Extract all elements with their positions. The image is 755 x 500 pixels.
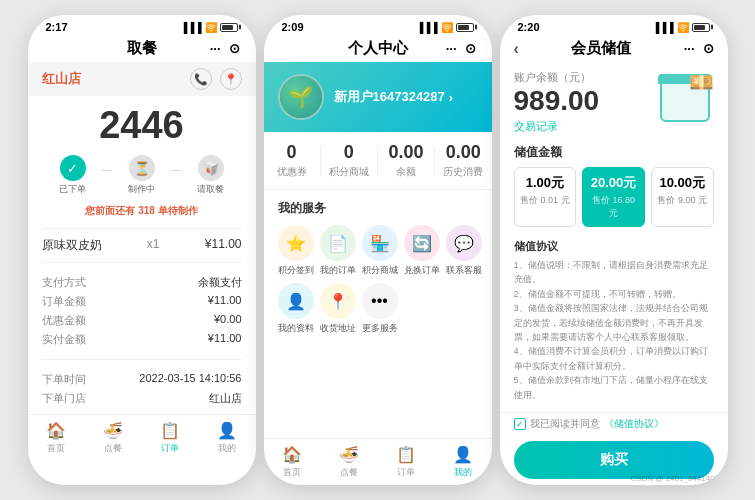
service-checkin[interactable]: ⭐ 积分签到 (278, 225, 314, 277)
order-steps: ✓ 已下单 — ⏳ 制作中 — 🥡 请取餐 (28, 151, 256, 202)
more-icon-2[interactable]: ··· (446, 41, 457, 56)
agree-link[interactable]: 《储值协议》 (604, 417, 664, 431)
services-title: 我的服务 (278, 200, 478, 217)
service-contact-label: 联系客服 (446, 264, 482, 277)
terms-section: 储值协议 1、储值说明：不限制，请根据自身消费需求充足充值。 2、储值金额不可提… (500, 233, 728, 408)
meta-order-time: 下单时间 2022-03-15 14:10:56 (42, 370, 242, 389)
status-bar-1: 2:17 ▐▐▐ 🛜 (28, 15, 256, 35)
bottom-nav-mine-2[interactable]: 👤 我的 (435, 445, 492, 479)
bottom-nav-order-1[interactable]: 🍜 点餐 (85, 421, 142, 455)
user-info[interactable]: 新用户1647324287 › (334, 88, 454, 106)
service-checkin-icon: ⭐ (278, 225, 314, 261)
step-icon-pickup: 🥡 (198, 155, 224, 181)
more-icon[interactable]: ··· (210, 41, 221, 56)
nav-icons-3: ··· ⊙ (684, 41, 714, 56)
divider-3 (42, 359, 242, 360)
meta-order-store: 下单门店 红山店 (42, 389, 242, 408)
service-redeem[interactable]: 🔄 兑换订单 (404, 225, 440, 277)
store-icons: 📞 📍 (190, 68, 242, 90)
balance-illustration: 💴 (644, 70, 714, 130)
step-ordered: ✓ 已下单 (59, 155, 86, 196)
nav-icons-1: ··· ⊙ (210, 41, 240, 56)
service-more-label: 更多服务 (362, 322, 398, 335)
bottom-nav-food-2[interactable]: 🍜 点餐 (321, 445, 378, 479)
item-name: 原味双皮奶 (42, 237, 102, 254)
bottom-nav-mine-1[interactable]: 👤 我的 (199, 421, 256, 455)
balance-left: 账户余额（元） 989.00 交易记录 (514, 70, 644, 134)
terms-title: 储值协议 (514, 239, 714, 254)
status-icons-2: ▐▐▐ 🛜 (416, 22, 473, 33)
recharge-option-1[interactable]: 1.00元 售价 0.01 元 (514, 167, 577, 227)
transaction-link[interactable]: 交易记录 (514, 119, 644, 134)
home-nav-icon-3[interactable]: ⊙ (703, 41, 714, 56)
orders-icon-1: 📋 (160, 421, 180, 440)
wifi-icon: 🛜 (205, 22, 217, 33)
balance-label: 账户余额（元） (514, 70, 644, 85)
service-more[interactable]: ••• 更多服务 (362, 283, 398, 335)
status-icons-1: ▐▐▐ 🛜 (180, 22, 237, 33)
recharge-section: 储值金额 1.00元 售价 0.01 元 20.00元 售价 16.80 元 (500, 138, 728, 233)
orders-icon-2: 📋 (396, 445, 416, 464)
more-icon-3[interactable]: ··· (684, 41, 695, 56)
nav-title-1: 取餐 (127, 39, 157, 58)
wifi-icon-3: 🛜 (677, 22, 689, 33)
stat-balance[interactable]: 0.00 余额 (378, 142, 434, 179)
stat-history[interactable]: 0.00 历史消费 (435, 142, 491, 179)
recharge-price-3: 售价 9.00 元 (656, 194, 709, 207)
signal-icon-2: ▐▐▐ (416, 22, 437, 33)
recharge-amount-2: 20.00元 (587, 174, 640, 192)
service-points-mall[interactable]: 🏪 积分商城 (362, 225, 398, 277)
agree-text: 我已阅读并同意 (530, 417, 600, 431)
battery-icon-2 (456, 23, 474, 32)
stat-label-coupons: 优惠券 (264, 165, 320, 179)
location-icon-2[interactable]: ⊙ (465, 41, 476, 56)
step-making: ⏳ 制作中 (128, 155, 155, 196)
service-points-mall-icon: 🏪 (362, 225, 398, 261)
food-icon-2: 🍜 (339, 445, 359, 464)
divider-1 (42, 228, 242, 229)
order-icon-1: 🍜 (103, 421, 123, 440)
status-bar-3: 2:20 ▐▐▐ 🛜 (500, 15, 728, 35)
service-redeem-icon: 🔄 (404, 225, 440, 261)
map-icon[interactable]: 📍 (220, 68, 242, 90)
order-item-row: 原味双皮奶 x1 ¥11.00 (28, 233, 256, 258)
nav-bar-2: 个人中心 ··· ⊙ (264, 35, 492, 62)
nav-bar-1: 取餐 ··· ⊙ (28, 35, 256, 62)
store-header: 红山店 📞 📍 (28, 62, 256, 96)
mine-icon-2: 👤 (453, 445, 473, 464)
recharge-price-2: 售价 16.80 元 (587, 194, 640, 220)
recharge-option-2[interactable]: 20.00元 售价 16.80 元 (582, 167, 645, 227)
item-qty: x1 (147, 237, 160, 254)
order-meta: 支付方式 余额支付 订单金额 ¥11.00 优惠金额 ¥0.00 实付金额 ¥1… (28, 267, 256, 355)
agree-checkbox[interactable]: ✓ (514, 418, 526, 430)
avatar-image: 🌱 (280, 76, 322, 118)
service-my-orders[interactable]: 📄 我的订单 (320, 225, 356, 277)
location-icon[interactable]: ⊙ (229, 41, 240, 56)
service-more-icon: ••• (362, 283, 398, 319)
nav-title-2: 个人中心 (348, 39, 408, 58)
phone-icon[interactable]: 📞 (190, 68, 212, 90)
meta-payment: 支付方式 余额支付 (42, 273, 242, 292)
step-label-ordered: 已下单 (59, 183, 86, 196)
bottom-nav-orders-2[interactable]: 📋 订单 (378, 445, 435, 479)
bottom-nav-orders-1[interactable]: 📋 订单 (142, 421, 199, 455)
stat-label-points: 积分商城 (321, 165, 377, 179)
bottom-nav-home-1[interactable]: 🏠 首页 (28, 421, 85, 455)
bottom-nav-home-2[interactable]: 🏠 首页 (264, 445, 321, 479)
stat-val-history: 0.00 (435, 142, 491, 163)
service-profile[interactable]: 👤 我的资料 (278, 283, 314, 335)
service-contact[interactable]: 💬 联系客服 (446, 225, 482, 277)
mine-icon-1: 👤 (217, 421, 237, 440)
stat-coupons[interactable]: 0 优惠券 (264, 142, 320, 179)
recharge-option-3[interactable]: 10.00元 售价 9.00 元 (651, 167, 714, 227)
service-address[interactable]: 📍 收货地址 (320, 283, 356, 335)
recharge-amount-3: 10.00元 (656, 174, 709, 192)
nav-icons-2: ··· ⊙ (446, 41, 476, 56)
terms-text-4: 4、储值消费不计算会员积分，订单消费以订购订单中实际支付金额计算积分。 (514, 344, 714, 373)
order-time-meta: 下单时间 2022-03-15 14:10:56 下单门店 红山店 (28, 364, 256, 414)
stat-points[interactable]: 0 积分商城 (321, 142, 377, 179)
avatar: 🌱 (278, 74, 324, 120)
services-grid: ⭐ 积分签到 📄 我的订单 🏪 积分商城 🔄 兑换订单 💬 联系客服 (278, 225, 478, 335)
stat-label-history: 历史消费 (435, 165, 491, 179)
bottom-nav-1: 🏠 首页 🍜 点餐 📋 订单 👤 我的 (28, 414, 256, 461)
